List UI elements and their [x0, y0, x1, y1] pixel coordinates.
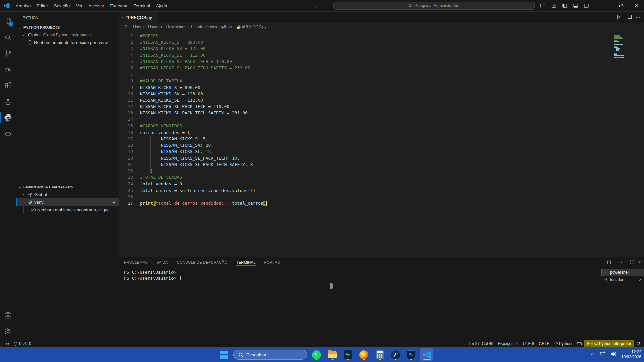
network-icon[interactable]: [600, 351, 606, 358]
code-line-15[interactable]: 15#CARROS VENDIDOS: [119, 123, 644, 129]
add-environment-icon[interactable]: +: [112, 199, 115, 205]
panel-tab-terminal[interactable]: TERMINAL: [236, 257, 256, 267]
close-button[interactable]: ✕: [629, 0, 644, 11]
volume-icon[interactable]: [611, 352, 616, 358]
panel-tab-saída[interactable]: SAÍDA: [156, 257, 168, 267]
code-line-25[interactable]: 25total_carros = sum(carros_vendidos.val…: [119, 187, 644, 194]
menu-item-ver[interactable]: Ver: [73, 0, 86, 11]
code-line-27[interactable]: 27print("Total de carros vendidos:", tot…: [119, 200, 644, 206]
gamepad-icon[interactable]: [574, 340, 584, 347]
breadcrumb-item[interactable]: #PREÇOS.py: [242, 24, 266, 29]
breadcrumb-item[interactable]: ...: [271, 24, 275, 29]
menu-item-arquivo[interactable]: Arquivo: [13, 0, 34, 11]
menu-item-executar[interactable]: Executar: [107, 0, 131, 11]
terminal-output[interactable]: PS C:\Users\Usuario>PS C:\Users\Usuario>: [119, 267, 601, 340]
toggle-panel-icon[interactable]: [571, 1, 580, 10]
code-line-22[interactable]: 22 }: [119, 168, 644, 174]
eol-sequence[interactable]: CRLF: [537, 340, 552, 347]
taskbar-firefox-icon[interactable]: [357, 348, 370, 361]
code-line-10[interactable]: 10NISSAN_KICKS_SV = 123.00: [119, 91, 644, 97]
close-panel-icon[interactable]: ✕: [638, 260, 641, 265]
code-line-23[interactable]: 23#TOTAL DE VENDAS: [119, 174, 644, 180]
menu-item-acessar[interactable]: Acessar: [86, 0, 107, 11]
section-header-0[interactable]: ⌄PYTHON PROJECTS: [16, 23, 119, 31]
taskbar-media-icon[interactable]: [342, 348, 354, 361]
nav-back-icon[interactable]: ←: [314, 3, 319, 9]
toggle-primary-sidebar-icon[interactable]: [560, 1, 569, 10]
nav-forward-icon[interactable]: →: [324, 3, 329, 9]
activity-settings-icon[interactable]: [0, 323, 16, 340]
code-line-8[interactable]: 8#VALOR DE TABELA: [119, 77, 644, 84]
activity-explorer-icon[interactable]: 1: [0, 13, 16, 29]
code-line-17[interactable]: 17 NISSAN_KICKS_S: 5,: [119, 136, 644, 142]
activity-co-icon[interactable]: [0, 126, 16, 142]
activity-python-icon[interactable]: [0, 110, 16, 126]
taskbar-search[interactable]: Pesquisar: [233, 350, 307, 360]
code-line-5[interactable]: 5#NISSAN_KICKS_SL_PACK_TECH = 110.00: [119, 58, 644, 65]
remote-indicator[interactable]: ><: [3, 340, 11, 347]
taskbar-calculator-icon[interactable]: [373, 348, 386, 361]
taskbar-steam-icon[interactable]: [389, 348, 402, 361]
code-line-3[interactable]: 3#NISSAN_KICKS_SV = 123.00: [119, 45, 644, 52]
editor-more-actions-icon[interactable]: ···: [636, 15, 640, 20]
split-terminal-icon[interactable]: ⌄: [607, 260, 614, 265]
code-line-12[interactable]: 12NISSAN_KICKS_SL_PACK_TECH = 110.00: [119, 103, 644, 110]
terminal-item-powershell[interactable]: >_powershell: [601, 269, 644, 276]
code-line-9[interactable]: 9NISSAN_KICKS_S = 890.00: [119, 84, 644, 91]
code-line-11[interactable]: 11NISSAN_KICKS_SL = 112.00: [119, 97, 644, 103]
code-line-19[interactable]: 19 NISSAN_KICKS_SL: 15,: [119, 148, 644, 155]
restore-button[interactable]: [613, 0, 629, 11]
breadcrumb-item[interactable]: Users: [133, 24, 143, 29]
panel-tab-problemas[interactable]: PROBLEMAS: [124, 257, 148, 267]
split-editor-icon[interactable]: [627, 14, 632, 20]
encoding[interactable]: UTF-8: [521, 340, 537, 347]
taskbar-explorer-icon[interactable]: [326, 348, 339, 361]
run-python-file-button[interactable]: ⌄: [616, 15, 624, 20]
taskbar-whatsapp-icon[interactable]: [310, 348, 323, 361]
sidebar-more-actions-icon[interactable]: ···: [109, 16, 113, 20]
menu-item-seleção[interactable]: Seleção: [51, 0, 73, 11]
code-line-2[interactable]: 2#NISSAN_KICKS_S = 890.00: [119, 39, 644, 45]
code-editor[interactable]: 1#PREÇOS2#NISSAN_KICKS_S = 890.003#NISSA…: [119, 31, 644, 257]
activity-testing-icon[interactable]: [0, 94, 16, 110]
breadcrumb-item[interactable]: Usuario: [148, 24, 162, 29]
select-interpreter-button[interactable]: Select Python Interpreter: [584, 340, 634, 347]
toggle-secondary-sidebar-icon[interactable]: [582, 1, 591, 10]
minimize-button[interactable]: ─: [598, 0, 613, 11]
taskbar-clock[interactable]: 12:22 19/03/2026: [621, 350, 641, 360]
cursor-position[interactable]: Ln 27, Col 49: [467, 340, 496, 347]
code-line-21[interactable]: 21 NISSAN_KICKS_SL_PACK_TECH_SAFETY: 8: [119, 161, 644, 168]
tray-chevron-up-icon[interactable]: [591, 352, 595, 357]
notifications-bell-icon[interactable]: [634, 340, 641, 347]
activity-source-control-icon[interactable]: [0, 45, 16, 61]
breadcrumb[interactable]: C:›Users›Usuario›Downloads›Estudo de cas…: [119, 23, 644, 31]
tab-precos-py[interactable]: #PREÇOS.py: [119, 12, 158, 23]
menu-item-terminal[interactable]: Terminal: [131, 0, 153, 11]
activity-extensions-icon[interactable]: [0, 77, 16, 94]
command-center-search[interactable]: Pesquisa [Administrador]: [333, 2, 535, 10]
code-line-26[interactable]: 26: [119, 194, 644, 200]
code-line-4[interactable]: 4#NISSAN_KICKS_SL = 112.00: [119, 52, 644, 58]
menu-item-ajuda[interactable]: Ajuda: [153, 0, 170, 11]
language-mode[interactable]: Python: [552, 340, 574, 347]
activity-account-icon[interactable]: [0, 307, 16, 323]
code-line-14[interactable]: 14: [119, 116, 644, 122]
unsaved-dot-icon[interactable]: [154, 16, 154, 19]
code-line-18[interactable]: 18 NISSAN_KICKS_SV: 20,: [119, 142, 644, 148]
panel-tab-portas[interactable]: PORTAS: [264, 257, 280, 267]
copilot-icon[interactable]: ⌄: [539, 1, 549, 10]
breadcrumb-item[interactable]: C:: [125, 24, 129, 29]
code-line-24[interactable]: 24total_vendas = 0: [119, 180, 644, 187]
code-line-1[interactable]: 1#PREÇOS: [119, 33, 644, 39]
terminal-item-Instalan[interactable]: Instalan...✓: [601, 276, 644, 283]
code-line-13[interactable]: 13NISSAN_KICKS_SL_PACK_TECH_SAFETY = 231…: [119, 110, 644, 116]
problems-status[interactable]: 0 0: [11, 340, 33, 347]
sidebar-row-global[interactable]: ›Global: [16, 191, 119, 198]
sidebar-row-venv[interactable]: ⌄venv+: [16, 198, 119, 206]
activity-search-icon[interactable]: [0, 29, 16, 45]
taskbar-start-icon[interactable]: [217, 348, 230, 361]
code-line-6[interactable]: 6#NISSAN_KICKS_SL_PACK_TECH_SAFETY = 231…: [119, 65, 644, 71]
menu-item-editar[interactable]: Editar: [34, 0, 51, 11]
code-line-7[interactable]: 7: [119, 71, 644, 77]
taskbar-vscode-icon[interactable]: [420, 348, 433, 361]
